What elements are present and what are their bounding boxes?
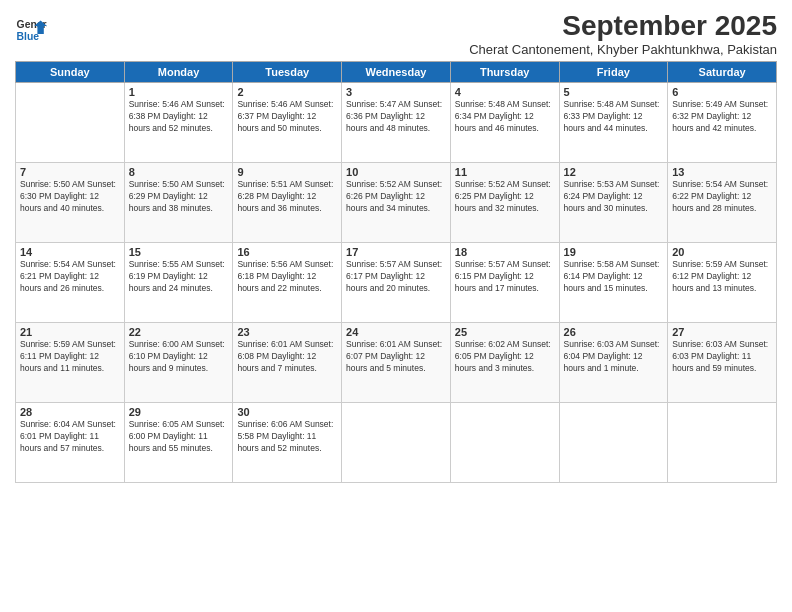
day-info: Sunrise: 5:49 AM Sunset: 6:32 PM Dayligh…	[672, 99, 772, 135]
day-info: Sunrise: 5:56 AM Sunset: 6:18 PM Dayligh…	[237, 259, 337, 295]
day-number: 19	[564, 246, 664, 258]
week-row-5: 28Sunrise: 6:04 AM Sunset: 6:01 PM Dayli…	[16, 403, 777, 483]
day-cell: 7Sunrise: 5:50 AM Sunset: 6:30 PM Daylig…	[16, 163, 125, 243]
day-number: 25	[455, 326, 555, 338]
day-info: Sunrise: 6:03 AM Sunset: 6:03 PM Dayligh…	[672, 339, 772, 375]
day-cell: 20Sunrise: 5:59 AM Sunset: 6:12 PM Dayli…	[668, 243, 777, 323]
day-cell: 2Sunrise: 5:46 AM Sunset: 6:37 PM Daylig…	[233, 83, 342, 163]
day-cell: 4Sunrise: 5:48 AM Sunset: 6:34 PM Daylig…	[450, 83, 559, 163]
day-number: 13	[672, 166, 772, 178]
day-cell: 15Sunrise: 5:55 AM Sunset: 6:19 PM Dayli…	[124, 243, 233, 323]
day-cell: 3Sunrise: 5:47 AM Sunset: 6:36 PM Daylig…	[342, 83, 451, 163]
page: General Blue September 2025 Cherat Canto…	[0, 0, 792, 612]
day-cell: 30Sunrise: 6:06 AM Sunset: 5:58 PM Dayli…	[233, 403, 342, 483]
day-cell: 5Sunrise: 5:48 AM Sunset: 6:33 PM Daylig…	[559, 83, 668, 163]
day-cell: 13Sunrise: 5:54 AM Sunset: 6:22 PM Dayli…	[668, 163, 777, 243]
day-number: 10	[346, 166, 446, 178]
day-info: Sunrise: 5:53 AM Sunset: 6:24 PM Dayligh…	[564, 179, 664, 215]
day-info: Sunrise: 5:48 AM Sunset: 6:34 PM Dayligh…	[455, 99, 555, 135]
day-info: Sunrise: 5:51 AM Sunset: 6:28 PM Dayligh…	[237, 179, 337, 215]
day-info: Sunrise: 5:50 AM Sunset: 6:30 PM Dayligh…	[20, 179, 120, 215]
day-number: 28	[20, 406, 120, 418]
day-info: Sunrise: 5:54 AM Sunset: 6:22 PM Dayligh…	[672, 179, 772, 215]
svg-text:Blue: Blue	[17, 31, 40, 42]
col-monday: Monday	[124, 62, 233, 83]
day-cell: 6Sunrise: 5:49 AM Sunset: 6:32 PM Daylig…	[668, 83, 777, 163]
day-cell: 8Sunrise: 5:50 AM Sunset: 6:29 PM Daylig…	[124, 163, 233, 243]
day-cell: 23Sunrise: 6:01 AM Sunset: 6:08 PM Dayli…	[233, 323, 342, 403]
day-number: 6	[672, 86, 772, 98]
day-cell	[342, 403, 451, 483]
main-title: September 2025	[469, 10, 777, 42]
col-sunday: Sunday	[16, 62, 125, 83]
day-number: 12	[564, 166, 664, 178]
day-cell: 21Sunrise: 5:59 AM Sunset: 6:11 PM Dayli…	[16, 323, 125, 403]
header: General Blue September 2025 Cherat Canto…	[15, 10, 777, 57]
day-number: 3	[346, 86, 446, 98]
day-cell: 11Sunrise: 5:52 AM Sunset: 6:25 PM Dayli…	[450, 163, 559, 243]
logo: General Blue	[15, 14, 47, 46]
day-info: Sunrise: 5:57 AM Sunset: 6:15 PM Dayligh…	[455, 259, 555, 295]
calendar-body: 1Sunrise: 5:46 AM Sunset: 6:38 PM Daylig…	[16, 83, 777, 483]
day-number: 15	[129, 246, 229, 258]
day-info: Sunrise: 5:50 AM Sunset: 6:29 PM Dayligh…	[129, 179, 229, 215]
day-number: 23	[237, 326, 337, 338]
day-info: Sunrise: 6:06 AM Sunset: 5:58 PM Dayligh…	[237, 419, 337, 455]
col-saturday: Saturday	[668, 62, 777, 83]
day-cell: 24Sunrise: 6:01 AM Sunset: 6:07 PM Dayli…	[342, 323, 451, 403]
day-info: Sunrise: 5:55 AM Sunset: 6:19 PM Dayligh…	[129, 259, 229, 295]
day-number: 26	[564, 326, 664, 338]
day-info: Sunrise: 5:46 AM Sunset: 6:38 PM Dayligh…	[129, 99, 229, 135]
day-info: Sunrise: 5:47 AM Sunset: 6:36 PM Dayligh…	[346, 99, 446, 135]
day-number: 4	[455, 86, 555, 98]
day-number: 9	[237, 166, 337, 178]
day-cell: 12Sunrise: 5:53 AM Sunset: 6:24 PM Dayli…	[559, 163, 668, 243]
day-cell: 19Sunrise: 5:58 AM Sunset: 6:14 PM Dayli…	[559, 243, 668, 323]
week-row-4: 21Sunrise: 5:59 AM Sunset: 6:11 PM Dayli…	[16, 323, 777, 403]
day-number: 8	[129, 166, 229, 178]
day-number: 30	[237, 406, 337, 418]
day-cell	[559, 403, 668, 483]
day-cell: 17Sunrise: 5:57 AM Sunset: 6:17 PM Dayli…	[342, 243, 451, 323]
day-cell: 28Sunrise: 6:04 AM Sunset: 6:01 PM Dayli…	[16, 403, 125, 483]
day-cell: 10Sunrise: 5:52 AM Sunset: 6:26 PM Dayli…	[342, 163, 451, 243]
day-info: Sunrise: 6:03 AM Sunset: 6:04 PM Dayligh…	[564, 339, 664, 375]
col-thursday: Thursday	[450, 62, 559, 83]
day-number: 11	[455, 166, 555, 178]
day-info: Sunrise: 5:52 AM Sunset: 6:25 PM Dayligh…	[455, 179, 555, 215]
day-number: 16	[237, 246, 337, 258]
day-info: Sunrise: 5:57 AM Sunset: 6:17 PM Dayligh…	[346, 259, 446, 295]
calendar-table: Sunday Monday Tuesday Wednesday Thursday…	[15, 61, 777, 483]
col-friday: Friday	[559, 62, 668, 83]
day-info: Sunrise: 5:54 AM Sunset: 6:21 PM Dayligh…	[20, 259, 120, 295]
day-number: 21	[20, 326, 120, 338]
day-number: 27	[672, 326, 772, 338]
day-info: Sunrise: 5:48 AM Sunset: 6:33 PM Dayligh…	[564, 99, 664, 135]
day-number: 20	[672, 246, 772, 258]
day-info: Sunrise: 6:02 AM Sunset: 6:05 PM Dayligh…	[455, 339, 555, 375]
day-info: Sunrise: 5:59 AM Sunset: 6:12 PM Dayligh…	[672, 259, 772, 295]
day-cell	[668, 403, 777, 483]
day-cell	[450, 403, 559, 483]
day-number: 17	[346, 246, 446, 258]
week-row-1: 1Sunrise: 5:46 AM Sunset: 6:38 PM Daylig…	[16, 83, 777, 163]
day-info: Sunrise: 5:59 AM Sunset: 6:11 PM Dayligh…	[20, 339, 120, 375]
title-block: September 2025 Cherat Cantonement, Khybe…	[469, 10, 777, 57]
day-cell	[16, 83, 125, 163]
day-info: Sunrise: 5:46 AM Sunset: 6:37 PM Dayligh…	[237, 99, 337, 135]
day-cell: 27Sunrise: 6:03 AM Sunset: 6:03 PM Dayli…	[668, 323, 777, 403]
day-number: 2	[237, 86, 337, 98]
day-number: 18	[455, 246, 555, 258]
day-cell: 25Sunrise: 6:02 AM Sunset: 6:05 PM Dayli…	[450, 323, 559, 403]
day-cell: 1Sunrise: 5:46 AM Sunset: 6:38 PM Daylig…	[124, 83, 233, 163]
day-cell: 22Sunrise: 6:00 AM Sunset: 6:10 PM Dayli…	[124, 323, 233, 403]
day-info: Sunrise: 6:04 AM Sunset: 6:01 PM Dayligh…	[20, 419, 120, 455]
day-cell: 16Sunrise: 5:56 AM Sunset: 6:18 PM Dayli…	[233, 243, 342, 323]
week-row-3: 14Sunrise: 5:54 AM Sunset: 6:21 PM Dayli…	[16, 243, 777, 323]
header-row: Sunday Monday Tuesday Wednesday Thursday…	[16, 62, 777, 83]
logo-icon: General Blue	[15, 14, 47, 46]
day-number: 22	[129, 326, 229, 338]
day-info: Sunrise: 6:05 AM Sunset: 6:00 PM Dayligh…	[129, 419, 229, 455]
day-number: 24	[346, 326, 446, 338]
day-number: 7	[20, 166, 120, 178]
